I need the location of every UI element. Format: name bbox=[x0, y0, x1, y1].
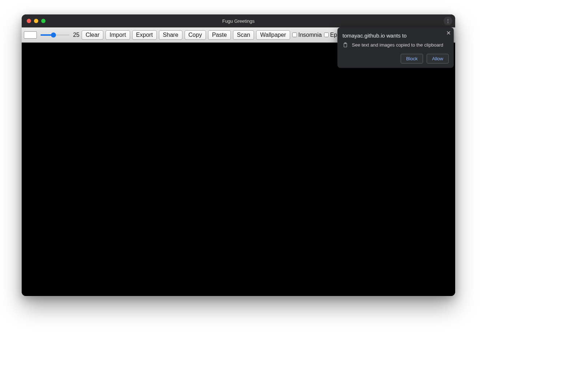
clipboard-icon bbox=[342, 42, 348, 48]
brush-size-slider[interactable] bbox=[40, 34, 69, 36]
titlebar: Fugu Greetings ⋮ bbox=[22, 14, 455, 27]
import-button[interactable]: Import bbox=[105, 30, 130, 40]
wallpaper-button[interactable]: Wallpaper bbox=[256, 30, 290, 40]
export-button[interactable]: Export bbox=[132, 30, 157, 40]
permission-block-button[interactable]: Block bbox=[401, 54, 423, 64]
paste-button[interactable]: Paste bbox=[208, 30, 231, 40]
permission-request-text: See text and images copied to the clipbo… bbox=[352, 42, 443, 48]
brush-size-value: 25 bbox=[72, 32, 79, 38]
permission-close-button[interactable]: ✕ bbox=[446, 30, 451, 36]
permission-request-row: See text and images copied to the clipbo… bbox=[342, 42, 449, 48]
insomnia-checkbox[interactable]: Insomnia bbox=[292, 32, 322, 38]
ephemeral-input[interactable] bbox=[324, 32, 329, 37]
window-minimize-button[interactable] bbox=[34, 19, 38, 23]
permission-prompt: ✕ tomayac.github.io wants to See text an… bbox=[337, 27, 454, 68]
scan-button[interactable]: Scan bbox=[233, 30, 254, 40]
clear-button[interactable]: Clear bbox=[82, 30, 103, 40]
window-close-button[interactable] bbox=[27, 19, 31, 23]
insomnia-label: Insomnia bbox=[298, 32, 322, 38]
window-title: Fugu Greetings bbox=[22, 18, 455, 24]
window: Fugu Greetings ⋮ 25 Clear Import Export … bbox=[22, 14, 455, 296]
slider-track bbox=[40, 34, 69, 36]
traffic-lights bbox=[27, 19, 46, 23]
more-options-button[interactable]: ⋮ bbox=[444, 17, 452, 25]
share-button[interactable]: Share bbox=[159, 30, 182, 40]
kebab-icon: ⋮ bbox=[445, 18, 450, 24]
permission-actions: Block Allow bbox=[342, 54, 449, 64]
copy-button[interactable]: Copy bbox=[185, 30, 206, 40]
insomnia-input[interactable] bbox=[292, 32, 297, 37]
slider-thumb[interactable] bbox=[51, 32, 56, 38]
close-icon: ✕ bbox=[446, 30, 451, 36]
permission-allow-button[interactable]: Allow bbox=[427, 54, 449, 64]
window-maximize-button[interactable] bbox=[41, 19, 46, 23]
drawing-canvas[interactable] bbox=[22, 43, 455, 296]
permission-origin-line: tomayac.github.io wants to bbox=[342, 32, 449, 39]
color-swatch[interactable] bbox=[24, 31, 37, 39]
